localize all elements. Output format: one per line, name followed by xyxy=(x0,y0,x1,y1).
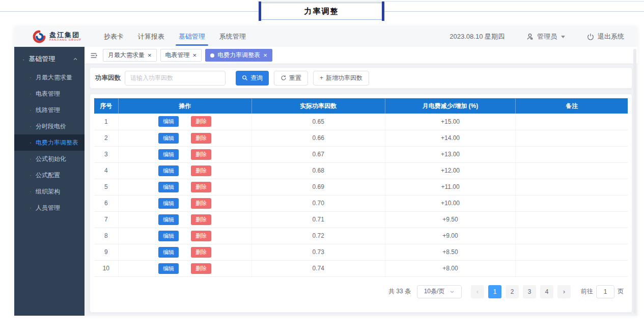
user-menu[interactable]: 管理员 xyxy=(526,32,565,41)
nav-item-reports[interactable]: 计算报表 xyxy=(131,26,172,47)
scrollbar[interactable] xyxy=(633,49,636,314)
edit-button[interactable]: 编辑 xyxy=(158,165,179,176)
cell-factor: 0.73 xyxy=(251,244,385,260)
cell-remark xyxy=(516,244,628,260)
sidebar-item-personnel[interactable]: · 人员管理 xyxy=(14,200,85,216)
page-size-value: 10条/页 xyxy=(424,287,445,296)
nav-item-system-management[interactable]: 系统管理 xyxy=(212,26,253,47)
edit-button[interactable]: 编辑 xyxy=(158,198,179,209)
logout-button[interactable]: 退出系统 xyxy=(586,32,624,41)
tab-label: 电表管理 xyxy=(165,51,190,60)
cell-remark xyxy=(516,179,628,195)
sidebar-item-monthly-max-demand[interactable]: · 月最大需求量 xyxy=(14,69,85,86)
sidebar-item-label: 公式初始化 xyxy=(36,155,66,163)
tab-meter-management[interactable]: 电表管理 × xyxy=(160,49,202,62)
power-factor-input[interactable] xyxy=(125,71,226,86)
cell-remark xyxy=(516,260,628,276)
logo-text: 盘江集团 PANJIANG GROUP xyxy=(49,32,81,42)
page-button-2[interactable]: 2 xyxy=(506,285,519,298)
tags-list-icon[interactable] xyxy=(90,51,98,60)
col-header-actual-power-factor: 实际功率因数 xyxy=(251,98,385,114)
delete-button[interactable]: 删除 xyxy=(191,149,211,160)
app-body: · 基础管理 · 月最大需求量 · 电表管理 · 线路管理 xyxy=(14,47,637,316)
logout-label: 退出系统 xyxy=(598,32,624,41)
edit-button[interactable]: 编辑 xyxy=(158,214,179,225)
page-button-4[interactable]: 4 xyxy=(540,285,553,298)
edit-button[interactable]: 编辑 xyxy=(158,263,179,274)
sidebar-group-basic-management[interactable]: · 基础管理 xyxy=(14,49,85,69)
table-row: 7 编辑 删除 0.71 +9.50 xyxy=(94,211,628,228)
chevron-down-icon xyxy=(450,289,455,294)
goto-prefix-label: 前往 xyxy=(581,287,593,296)
delete-button[interactable]: 删除 xyxy=(191,133,211,144)
prev-page-button[interactable]: ‹ xyxy=(471,285,484,298)
page-button-1[interactable]: 1 xyxy=(488,285,501,298)
sidebar-item-formula-config[interactable]: · 公式配置 xyxy=(14,167,85,183)
close-icon[interactable]: × xyxy=(148,52,152,59)
tab-monthly-max-demand[interactable]: 月最大需求量 × xyxy=(103,49,157,62)
goto-suffix-label: 页 xyxy=(618,287,624,296)
delete-button[interactable]: 删除 xyxy=(191,198,211,209)
close-icon[interactable]: × xyxy=(193,52,197,59)
nav-label: 计算报表 xyxy=(138,32,164,41)
cell-factor: 0.74 xyxy=(251,260,385,276)
nav-item-basic-management[interactable]: 基础管理 xyxy=(172,26,212,47)
edit-button[interactable]: 编辑 xyxy=(158,133,179,144)
edit-button[interactable]: 编辑 xyxy=(158,182,179,192)
col-header-operations: 操作 xyxy=(118,98,251,114)
delete-button[interactable]: 删除 xyxy=(191,165,211,176)
delete-button[interactable]: 删除 xyxy=(191,214,211,225)
sidebar-item-label: 公式配置 xyxy=(36,171,60,180)
delete-button[interactable]: 删除 xyxy=(191,116,211,127)
reset-label: 重置 xyxy=(289,74,301,82)
cell-index: 6 xyxy=(94,195,118,211)
sidebar-group-label: 基础管理 xyxy=(29,54,72,64)
company-logo[interactable]: 盘江集团 PANJIANG GROUP xyxy=(33,30,81,43)
bullet-icon: · xyxy=(30,172,32,179)
user-icon xyxy=(526,33,534,41)
next-page-button[interactable]: › xyxy=(557,285,571,298)
sidebar-item-meter-management[interactable]: · 电表管理 xyxy=(14,86,85,102)
sidebar-item-power-factor-table[interactable]: · 电费力率调整表 xyxy=(14,134,85,151)
edit-button[interactable]: 编辑 xyxy=(158,247,179,258)
table-row: 3 编辑 删除 0.67 +13.00 xyxy=(94,146,628,162)
sidebar-item-org-structure[interactable]: · 组织架构 xyxy=(14,183,85,200)
cell-change: +14.00 xyxy=(385,130,516,146)
delete-button[interactable]: 删除 xyxy=(191,182,211,192)
reset-button[interactable]: 重置 xyxy=(274,71,308,86)
refresh-icon xyxy=(281,75,287,81)
goto-page-input[interactable] xyxy=(596,285,614,298)
page-size-select[interactable]: 10条/页 xyxy=(417,285,462,298)
nav-item-meter-card[interactable]: 抄表卡 xyxy=(97,26,131,47)
sidebar-item-formula-init[interactable]: · 公式初始化 xyxy=(14,151,85,167)
cell-index: 10 xyxy=(94,260,118,276)
tags-view-bar: 月最大需求量 × 电表管理 × 电费力率调整表 × xyxy=(85,47,637,64)
tab-power-factor-table[interactable]: 电费力率调整表 × xyxy=(205,49,272,62)
col-header-monthly-change: 月电费减少/增加 (%) xyxy=(385,98,516,114)
sidebar: · 基础管理 · 月最大需求量 · 电表管理 · 线路管理 xyxy=(14,47,85,316)
add-power-factor-button[interactable]: + 新增功率因数 xyxy=(313,71,369,86)
active-dot-icon xyxy=(210,53,214,58)
table-header-row: 序号 操作 实际功率因数 月电费减少/增加 (%) 备注 xyxy=(94,98,628,114)
edit-button[interactable]: 编辑 xyxy=(158,149,179,160)
add-label: 新增功率因数 xyxy=(326,74,362,82)
edit-button[interactable]: 编辑 xyxy=(158,231,179,241)
table-row: 4 编辑 删除 0.68 +12.00 xyxy=(94,162,628,179)
delete-button[interactable]: 删除 xyxy=(191,247,211,258)
nav-label: 系统管理 xyxy=(219,32,246,41)
nav-label: 抄表卡 xyxy=(104,32,124,41)
sidebar-item-line-management[interactable]: · 线路管理 xyxy=(14,102,85,118)
sidebar-item-label: 人员管理 xyxy=(36,204,60,212)
goto-page: 前往 页 xyxy=(581,285,624,298)
cell-remark xyxy=(516,211,628,228)
delete-button[interactable]: 删除 xyxy=(191,231,211,241)
delete-button[interactable]: 删除 xyxy=(191,263,211,274)
sidebar-item-tou-price[interactable]: · 分时段电价 xyxy=(14,118,85,134)
close-icon[interactable]: × xyxy=(263,52,267,59)
annotation-right-bar xyxy=(382,2,384,21)
edit-button[interactable]: 编辑 xyxy=(158,116,179,127)
sidebar-item-label: 线路管理 xyxy=(36,106,60,115)
bullet-icon: · xyxy=(30,74,32,81)
page-button-3[interactable]: 3 xyxy=(523,285,536,298)
search-button[interactable]: 查询 xyxy=(236,71,269,86)
